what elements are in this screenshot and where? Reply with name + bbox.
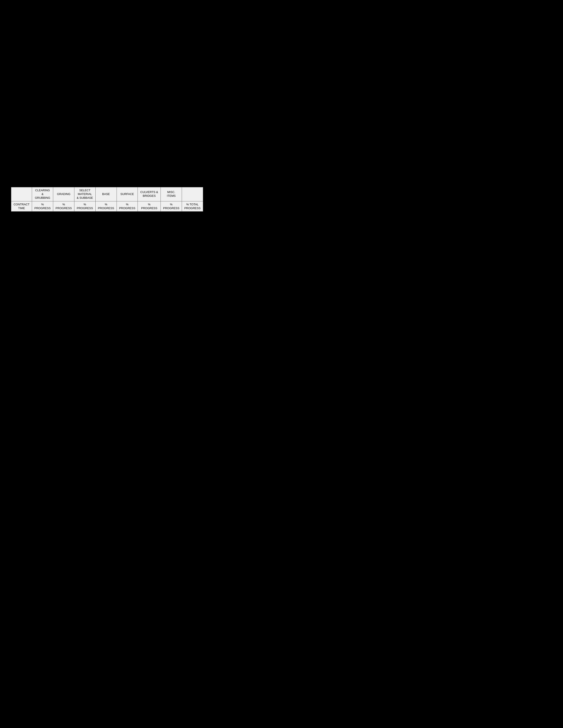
base-progress-cell: %PROGRESS [95,201,117,212]
empty-header-cell-2 [182,187,203,201]
misc-items-header: MISC.ITEMS [161,187,182,201]
surface-header: SURFACE [117,187,138,201]
clearing-grubbing-header: CLEARING&GRUBBING [32,187,53,201]
select-material-progress-cell: %PROGRESS [74,201,95,212]
misc-progress-cell: %PROGRESS [161,201,182,212]
select-material-header: SELECTMATERIAL& SUBBASE [74,187,95,201]
surface-progress-cell: %PROGRESS [117,201,138,212]
contract-time-cell: CONTRACTTIME [11,201,32,212]
clearing-progress-cell: %PROGRESS [32,201,53,212]
header-row: CLEARING&GRUBBING GRADING SELECTMATERIAL… [11,187,203,201]
data-row: CONTRACTTIME %PROGRESS %PROGRESS %PROGRE… [11,201,203,212]
progress-table: CLEARING&GRUBBING GRADING SELECTMATERIAL… [11,187,203,212]
culverts-progress-cell: %PROGRESS [138,201,161,212]
grading-progress-cell: %PROGRESS [53,201,74,212]
empty-header-cell [11,187,32,201]
culverts-bridges-header: CULVERTS &BRIDGES [138,187,161,201]
grading-header: GRADING [53,187,74,201]
progress-table-container: CLEARING&GRUBBING GRADING SELECTMATERIAL… [11,187,203,212]
base-header: BASE [95,187,117,201]
total-progress-cell: % TOTALPROGRESS [182,201,203,212]
